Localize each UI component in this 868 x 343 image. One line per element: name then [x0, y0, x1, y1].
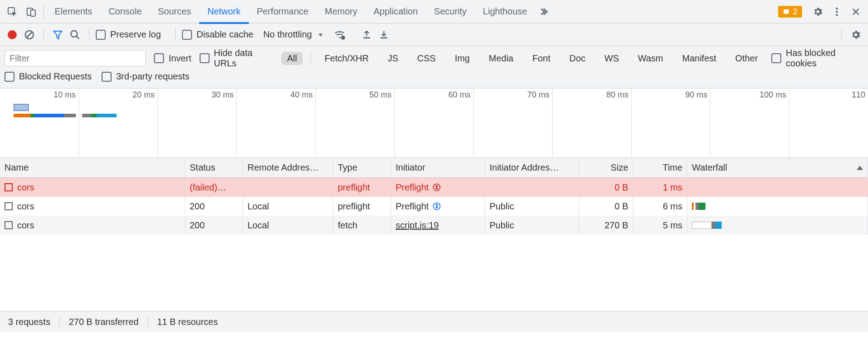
col-type[interactable]: Type	[333, 158, 391, 177]
cell-initiator-address: Public	[485, 216, 579, 235]
separator	[841, 28, 842, 42]
col-size[interactable]: Size	[579, 158, 633, 177]
cell-waterfall	[687, 197, 868, 216]
tab-sources[interactable]: Sources	[150, 0, 199, 23]
cell-initiator: Preflight	[391, 178, 485, 197]
invert-checkbox[interactable]: Invert	[154, 53, 191, 64]
network-filter-bar-2: Blocked Requests 3rd-party requests	[0, 68, 868, 88]
overview-tick-label: 50 ms	[369, 90, 392, 100]
type-chip-doc[interactable]: Doc	[564, 52, 591, 65]
type-chip-js[interactable]: JS	[382, 52, 403, 65]
import-har-icon[interactable]	[359, 27, 374, 42]
filter-input[interactable]	[5, 50, 146, 66]
overview-tick-label: 110	[852, 90, 865, 100]
record-button[interactable]	[5, 27, 20, 42]
type-chip-img[interactable]: Img	[449, 52, 475, 65]
svg-rect-3	[784, 9, 789, 13]
col-remote[interactable]: Remote Addres…	[243, 158, 333, 177]
settings-icon[interactable]	[808, 0, 827, 23]
table-row[interactable]: cors200LocalpreflightPreflightPublic0 B6…	[0, 197, 868, 216]
col-status[interactable]: Status	[185, 158, 243, 177]
type-chip-css[interactable]: CSS	[412, 52, 441, 65]
tab-performance[interactable]: Performance	[249, 0, 317, 23]
overview-tick-label: 70 ms	[527, 90, 550, 100]
overview-tick: 10 ms	[0, 88, 79, 158]
cell-waterfall	[687, 178, 868, 197]
network-toolbar: Preserve log Disable cache No throttling	[0, 23, 868, 46]
preflight-badge-icon	[432, 202, 441, 211]
issues-badge[interactable]: 2	[778, 6, 802, 18]
more-tabs-icon[interactable]	[535, 7, 551, 17]
network-settings-icon[interactable]	[848, 27, 863, 42]
overview-tick: 30 ms	[158, 88, 237, 158]
clear-button[interactable]	[22, 27, 37, 42]
blocked-requests-label: Blocked Requests	[19, 71, 92, 82]
cell-status: 200	[185, 216, 243, 235]
col-initiator-address[interactable]: Initiator Addres…	[485, 158, 579, 177]
col-initiator[interactable]: Initiator	[391, 158, 485, 177]
filter-icon[interactable]	[50, 27, 65, 42]
cell-remote-address	[243, 178, 333, 197]
type-chip-manifest[interactable]: Manifest	[677, 52, 722, 65]
tab-console[interactable]: Console	[100, 0, 149, 23]
type-chip-wasm[interactable]: Wasm	[633, 52, 669, 65]
cell-type: preflight	[333, 178, 391, 197]
hide-data-urls-checkbox[interactable]: Hide data URLs	[200, 48, 274, 69]
overview-tick-label: 20 ms	[133, 90, 155, 100]
overview-tick-label: 10 ms	[54, 90, 76, 100]
cell-size: 0 B	[579, 197, 633, 216]
separator	[311, 52, 311, 65]
table-row[interactable]: cors(failed)…preflightPreflight0 B1 ms	[0, 178, 868, 197]
network-overview[interactable]: 10 ms20 ms30 ms40 ms50 ms60 ms70 ms80 ms…	[0, 88, 868, 158]
overview-tick: 20 ms	[79, 88, 158, 158]
export-har-icon[interactable]	[376, 27, 392, 42]
cell-name: cors	[0, 216, 185, 235]
disable-cache-checkbox[interactable]: Disable cache	[182, 29, 261, 40]
cell-size: 0 B	[579, 178, 633, 197]
svg-rect-2	[31, 10, 35, 16]
cell-waterfall	[687, 216, 868, 235]
tab-security[interactable]: Security	[426, 0, 475, 23]
inspect-element-icon[interactable]	[3, 0, 22, 23]
network-conditions-icon[interactable]	[332, 27, 347, 42]
cell-status: (failed)…	[185, 178, 243, 197]
type-chip-ws[interactable]: WS	[599, 52, 624, 65]
has-blocked-cookies-checkbox[interactable]: Has blocked cookies	[771, 48, 863, 69]
kebab-menu-icon[interactable]	[827, 0, 846, 23]
tab-lighthouse[interactable]: Lighthouse	[475, 0, 535, 23]
overview-tick-label: 90 ms	[685, 90, 707, 100]
throttling-select[interactable]: No throttling	[263, 29, 324, 40]
hide-data-urls-label: Hide data URLs	[214, 48, 274, 69]
overview-tick-label: 80 ms	[606, 90, 628, 100]
tab-network[interactable]: Network	[199, 0, 248, 23]
status-resources: 11 B resources	[157, 317, 218, 327]
table-row[interactable]: cors200Localfetchscript.js:19Public270 B…	[0, 216, 868, 235]
close-devtools-icon[interactable]	[846, 0, 865, 23]
col-time[interactable]: Time	[633, 158, 687, 177]
device-toggle-icon[interactable]	[22, 0, 41, 23]
throttling-value: No throttling	[263, 29, 312, 40]
overview-tick: 80 ms	[553, 88, 632, 158]
col-waterfall[interactable]: Waterfall	[687, 158, 868, 177]
tab-memory[interactable]: Memory	[317, 0, 365, 23]
type-chip-other[interactable]: Other	[730, 52, 763, 65]
preserve-log-checkbox[interactable]: Preserve log	[96, 29, 169, 40]
type-chip-fetch-xhr[interactable]: Fetch/XHR	[319, 52, 374, 65]
cell-name: cors	[0, 197, 185, 216]
search-icon[interactable]	[67, 27, 83, 42]
tab-elements[interactable]: Elements	[47, 0, 100, 23]
blocked-requests-checkbox[interactable]: Blocked Requests	[5, 71, 92, 82]
svg-rect-11	[363, 37, 370, 38]
third-party-checkbox[interactable]: 3rd-party requests	[102, 71, 189, 82]
preflight-badge-icon	[432, 183, 441, 192]
overview-tick: 100 ms	[710, 88, 789, 158]
type-chip-font[interactable]: Font	[527, 52, 556, 65]
type-chip-media[interactable]: Media	[483, 52, 518, 65]
cell-time: 1 ms	[633, 178, 687, 197]
separator	[89, 28, 89, 42]
cell-remote-address: Local	[243, 216, 333, 235]
type-chip-all[interactable]: All	[281, 52, 302, 65]
col-name[interactable]: Name	[0, 158, 185, 177]
tab-application[interactable]: Application	[365, 0, 426, 23]
cell-time: 6 ms	[633, 197, 687, 216]
